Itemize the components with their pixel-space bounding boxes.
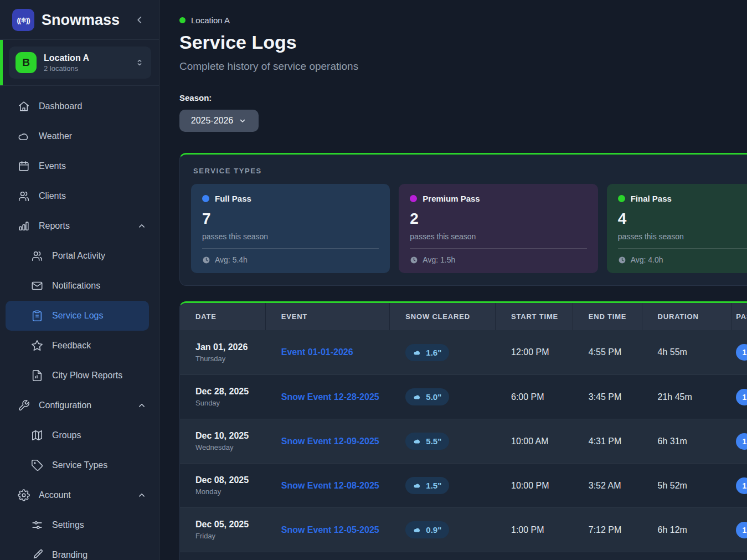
chevron-up-icon <box>137 490 147 500</box>
row-end-time: 3:45 PM <box>573 392 642 402</box>
sidebar-item-events[interactable]: Events <box>0 151 159 181</box>
passes-badge: 1 <box>736 477 747 494</box>
row-start-time: 6:00 PM <box>496 392 573 402</box>
service-type-unit: passes this season <box>618 232 747 249</box>
sidebar-item-service-logs[interactable]: Service Logs <box>6 301 149 331</box>
row-date: Dec 28, 2025 <box>195 387 266 397</box>
nav-label: City Plow Reports <box>52 371 147 381</box>
sidebar-item-portal-activity[interactable]: Portal Activity <box>0 241 159 271</box>
file-report-icon <box>31 369 43 382</box>
chevron-left-icon <box>133 14 146 26</box>
clock-icon <box>202 256 210 264</box>
service-type-avg: Avg: 5.4h <box>215 255 248 264</box>
sidebar-item-branding[interactable]: Branding <box>0 540 159 560</box>
row-day: Friday <box>195 532 266 540</box>
snow-cleared-badge: 0.9" <box>405 521 449 538</box>
sidebar-item-clients[interactable]: Clients <box>0 181 159 211</box>
location-avatar: B <box>16 52 37 73</box>
page-title: Service Logs <box>179 32 747 53</box>
service-type-card-premium-pass: Premium Pass 2 passes this season Avg: 1… <box>399 184 597 273</box>
event-link[interactable]: Event 01-01-2026 <box>281 347 353 357</box>
star-icon <box>31 340 43 352</box>
gear-icon <box>18 489 30 501</box>
home-icon <box>18 100 30 112</box>
map-icon <box>31 429 43 441</box>
service-type-card-full-pass: Full Pass 7 passes this season Avg: 5.4h <box>191 184 390 273</box>
row-start-time: 10:00 PM <box>496 481 573 491</box>
service-type-cards: Full Pass 7 passes this season Avg: 5.4h… <box>191 184 747 273</box>
event-link[interactable]: Snow Event 12-05-2025 <box>281 525 379 535</box>
sidebar: ((❄)) Snowmass B Location A 2 locations … <box>0 0 159 560</box>
column-header-snow: Snow Cleared <box>390 303 496 330</box>
clipboard-icon <box>31 310 43 322</box>
service-type-count: 2 <box>410 210 586 228</box>
users-icon <box>31 250 43 262</box>
sidebar-item-settings[interactable]: Settings <box>0 510 159 540</box>
row-date: Dec 10, 2025 <box>195 431 266 441</box>
event-link[interactable]: Snow Event 12-09-2025 <box>281 436 379 446</box>
sidebar-item-notifications[interactable]: Notifications <box>0 271 159 301</box>
sidebar-item-city-plow-reports[interactable]: City Plow Reports <box>0 361 159 391</box>
sidebar-item-account[interactable]: Account <box>0 480 159 510</box>
column-header-duration: Duration <box>642 303 732 330</box>
season-label: Season: <box>179 93 747 102</box>
passes-badge: 1 <box>736 522 747 538</box>
bar-chart-icon <box>18 220 30 232</box>
service-type-unit: passes this season <box>410 232 586 249</box>
event-link[interactable]: Snow Event 12-28-2025 <box>281 392 379 402</box>
tools-icon <box>18 399 30 412</box>
season-selected-value: 2025-2026 <box>191 116 234 126</box>
page-subtitle: Complete history of service operations <box>179 60 747 73</box>
chevron-up-icon <box>137 221 147 231</box>
brand-header: ((❄)) Snowmass <box>0 0 159 39</box>
location-switcher[interactable]: B Location A 2 locations <box>9 47 151 79</box>
mail-icon <box>31 280 43 292</box>
chevron-up-icon <box>137 400 147 410</box>
snow-cloud-icon <box>413 393 421 401</box>
service-type-unit: passes this season <box>202 232 379 249</box>
table-row: Dec 05, 2025 Friday Snow Event 12-05-202… <box>180 507 747 552</box>
clock-icon <box>410 256 418 264</box>
sidebar-item-reports[interactable]: Reports <box>0 211 159 241</box>
sidebar-item-service-types[interactable]: Service Types <box>0 450 159 480</box>
sidebar-nav: Dashboard Weather Events Clients Reports… <box>0 86 159 560</box>
row-date: Dec 05, 2025 <box>195 520 266 530</box>
sidebar-item-feedback[interactable]: Feedback <box>0 331 159 361</box>
row-day: Thursday <box>195 355 266 363</box>
passes-badge: 1 <box>736 433 747 450</box>
nav-label: Dashboard <box>39 101 147 111</box>
chevrons-up-down-icon <box>135 58 145 68</box>
snowflake-signal-icon: ((❄)) <box>12 9 34 31</box>
nav-label: Weather <box>39 131 147 141</box>
row-duration: 4h 55m <box>642 347 732 357</box>
row-end-time: 4:55 PM <box>573 347 642 357</box>
event-link[interactable]: Snow Event 12-08-2025 <box>281 481 379 490</box>
nav-label: Reports <box>39 221 128 231</box>
table-row-partial <box>180 552 747 560</box>
snow-cloud-icon <box>413 348 421 357</box>
row-duration: 5h 52m <box>642 481 732 491</box>
snow-cloud-icon <box>413 437 421 445</box>
row-end-time: 7:12 PM <box>573 525 642 535</box>
nav-label: Feedback <box>52 341 147 351</box>
sidebar-item-dashboard[interactable]: Dashboard <box>0 91 159 121</box>
premium-pass-dot-icon <box>410 195 417 202</box>
location-section: B Location A 2 locations <box>0 39 159 86</box>
app-title: Snowmass <box>42 12 124 29</box>
service-types-section-label: SERVICE TYPES <box>193 167 747 175</box>
sidebar-collapse-button[interactable] <box>131 12 148 28</box>
users-icon <box>18 190 30 202</box>
season-select[interactable]: 2025-2026 <box>179 110 259 132</box>
sidebar-item-groups[interactable]: Groups <box>0 420 159 450</box>
nav-label: Events <box>39 161 147 171</box>
sidebar-item-configuration[interactable]: Configuration <box>0 391 159 420</box>
snow-cleared-badge: 1.5" <box>405 477 449 494</box>
final-pass-dot-icon <box>618 195 625 202</box>
nav-label: Branding <box>52 550 147 560</box>
row-end-time: 4:31 PM <box>573 436 642 446</box>
nav-label: Portal Activity <box>52 251 147 261</box>
full-pass-dot-icon <box>202 195 209 202</box>
sidebar-item-weather[interactable]: Weather <box>0 121 159 151</box>
nav-label: Notifications <box>52 281 147 291</box>
snow-cleared-badge: 1.6" <box>405 344 449 361</box>
